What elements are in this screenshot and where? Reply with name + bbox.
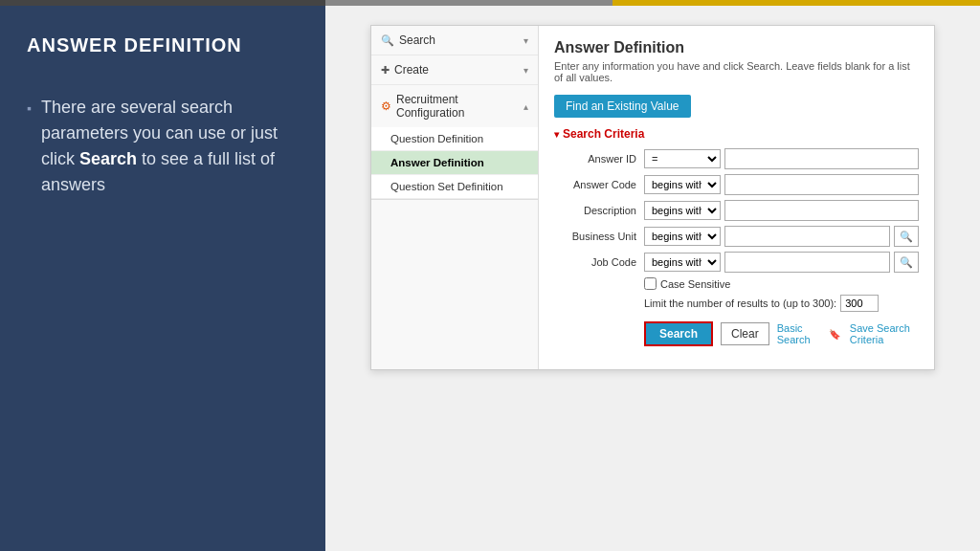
description-row: Description begins with [554,200,919,221]
bullet-highlight: Search [79,149,137,168]
job-code-row: Job Code begins with 🔍 [554,252,919,273]
case-sensitive-checkbox[interactable] [644,277,657,290]
content-title: Answer Definition [554,39,919,56]
limit-label: Limit the number of results to (up to 30… [644,298,836,309]
business-unit-label: Business Unit [554,231,640,242]
create-chevron-icon: ▾ [523,65,528,76]
nav-section-label: Recruitment Configuration [396,93,523,120]
bullet-content: There are several search parameters you … [41,95,299,198]
action-row: Search Clear Basic Search 🔖 Save Search … [554,321,919,346]
nav-search-label: Search [399,33,435,47]
main-layout: ANSWER DEFINITION ▪ There are several se… [0,6,980,551]
search-chevron-icon: ▾ [523,35,528,46]
answer-code-operator[interactable]: begins with [644,175,721,194]
business-unit-search-icon[interactable]: 🔍 [894,226,919,247]
create-icon: ✚ [381,64,390,77]
description-label: Description [554,205,640,216]
limit-row: Limit the number of results to (up to 30… [554,295,919,312]
search-icon: 🔍 [381,34,394,47]
job-code-operator[interactable]: begins with [644,253,721,272]
nav-answer-definition-label: Answer Definition [390,157,484,168]
left-panel: ANSWER DEFINITION ▪ There are several se… [0,6,325,551]
nav-question-definition-label: Question Definition [390,133,483,144]
nav-create-label: Create [394,63,429,77]
business-unit-row: Business Unit begins with 🔍 [554,226,919,247]
basic-search-link[interactable]: Basic Search [777,322,821,345]
section-chevron-icon: ▴ [523,101,528,112]
browser-frame: 🔍 Search ▾ ✚ Create ▾ ⚙ [370,25,935,370]
settings-icon: ⚙ [381,99,391,113]
save-search-icon: 🔖 [829,329,840,340]
collapse-icon: ▾ [554,129,559,140]
search-criteria-header: ▾ Search Criteria [554,127,919,141]
answer-code-input[interactable] [724,174,919,195]
search-button[interactable]: Search [644,321,713,346]
answer-id-operator[interactable]: = [644,149,721,168]
bullet-icon: ▪ [27,99,32,119]
description-operator[interactable]: begins with [644,201,721,220]
nav-sidebar: 🔍 Search ▾ ✚ Create ▾ ⚙ [371,26,539,369]
job-code-input[interactable] [724,252,890,273]
search-criteria-section: ▾ Search Criteria Answer ID = Answer Cod… [554,127,919,346]
business-unit-operator[interactable]: begins with [644,227,721,246]
case-sensitive-row: Case Sensitive [554,277,919,290]
save-search-link[interactable]: Save Search Criteria [850,322,919,345]
answer-code-label: Answer Code [554,179,640,190]
answer-id-input[interactable] [724,148,919,169]
nav-question-definition[interactable]: Question Definition [371,127,538,151]
answer-id-label: Answer ID [554,153,640,165]
nav-search[interactable]: 🔍 Search ▾ [371,26,538,55]
nav-recruitment-section: ⚙ Recruitment Configuration ▴ Question D… [371,85,538,200]
nav-question-set-label: Question Set Definition [390,181,503,192]
content-area: Answer Definition Enter any information … [539,26,934,369]
answer-code-row: Answer Code begins with [554,174,919,195]
case-sensitive-label: Case Sensitive [660,278,730,290]
description-input[interactable] [724,200,919,221]
job-code-label: Job Code [554,256,640,268]
page-title: ANSWER DEFINITION [27,34,299,56]
search-criteria-label: Search Criteria [563,127,644,141]
find-existing-button[interactable]: Find an Existing Value [554,95,691,118]
nav-create[interactable]: ✚ Create ▾ [371,55,538,85]
right-panel: 🔍 Search ▾ ✚ Create ▾ ⚙ [325,6,980,551]
nav-question-set-definition[interactable]: Question Set Definition [371,175,538,199]
nav-answer-definition[interactable]: Answer Definition [371,151,538,175]
nav-section-header[interactable]: ⚙ Recruitment Configuration ▴ [371,85,538,127]
job-code-search-icon[interactable]: 🔍 [894,252,919,273]
content-subtitle: Enter any information you have and click… [554,60,919,83]
clear-button[interactable]: Clear [721,322,769,345]
bullet-text: ▪ There are several search parameters yo… [27,95,299,198]
business-unit-input[interactable] [724,226,890,247]
limit-input[interactable] [840,295,879,312]
answer-id-row: Answer ID = [554,148,919,169]
